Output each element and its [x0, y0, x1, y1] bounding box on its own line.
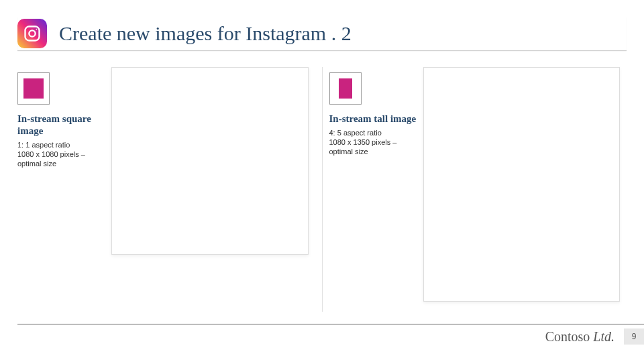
- page-number: 9: [624, 328, 644, 345]
- tall-thumb-frame: [329, 72, 362, 105]
- title-bar: Create new images for Instagram . 2: [17, 16, 627, 51]
- square-thumb: [23, 78, 44, 99]
- right-column: In-stream tall image 4: 5 aspect ratio 1…: [329, 67, 627, 312]
- column-divider: [322, 67, 323, 312]
- svg-point-1: [29, 30, 35, 36]
- left-spec2: 1080 x 1080 pixels – optimal size: [17, 150, 105, 169]
- svg-rect-0: [25, 26, 40, 40]
- tall-thumb: [339, 78, 352, 99]
- left-spec1: 1: 1 aspect ratio: [17, 141, 105, 150]
- slide: Create new images for Instagram . 2 In-s…: [0, 0, 644, 362]
- company-main: Contoso: [545, 329, 594, 344]
- left-title: In-stream square image: [17, 113, 105, 137]
- company-ltd: Ltd.: [593, 329, 614, 344]
- right-title: In-stream tall image: [329, 113, 417, 125]
- left-info: In-stream square image 1: 1 aspect ratio…: [17, 67, 105, 312]
- content-area: In-stream square image 1: 1 aspect ratio…: [17, 67, 627, 312]
- tall-image-placeholder: [423, 67, 621, 302]
- svg-point-2: [36, 28, 37, 29]
- right-spec1: 4: 5 aspect ratio: [329, 129, 417, 138]
- slide-title: Create new images for Instagram . 2: [59, 22, 352, 45]
- company-name: Contoso Ltd.: [545, 329, 614, 345]
- left-column: In-stream square image 1: 1 aspect ratio…: [17, 67, 315, 312]
- right-info: In-stream tall image 4: 5 aspect ratio 1…: [329, 67, 417, 312]
- square-image-placeholder: [111, 67, 309, 255]
- square-thumb-frame: [17, 72, 50, 105]
- instagram-icon: [17, 19, 47, 48]
- right-spec2: 1080 x 1350 pixels – optimal size: [329, 138, 417, 157]
- footer: Contoso Ltd. 9: [17, 324, 644, 345]
